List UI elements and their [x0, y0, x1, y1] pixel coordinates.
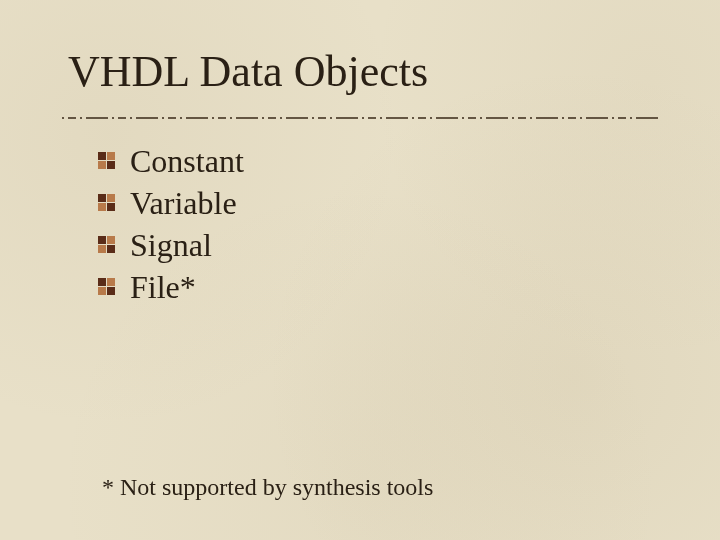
svg-rect-14	[107, 278, 115, 286]
slide-title: VHDL Data Objects	[68, 46, 428, 97]
divider-line-icon	[62, 114, 658, 122]
svg-rect-15	[98, 287, 106, 295]
bullet-label: Signal	[130, 229, 212, 261]
svg-rect-11	[98, 245, 106, 253]
svg-rect-5	[98, 194, 106, 202]
bullet-icon	[98, 278, 116, 296]
svg-rect-12	[107, 245, 115, 253]
svg-rect-16	[107, 287, 115, 295]
svg-rect-1	[98, 152, 106, 160]
list-item: Variable	[98, 182, 244, 224]
svg-rect-10	[107, 236, 115, 244]
svg-rect-4	[107, 161, 115, 169]
svg-rect-3	[98, 161, 106, 169]
bullet-list: Constant Variable	[98, 140, 244, 308]
bullet-icon	[98, 236, 116, 254]
list-item: Constant	[98, 140, 244, 182]
slide: VHDL Data Objects Constant	[0, 0, 720, 540]
bullet-icon	[98, 194, 116, 212]
svg-rect-6	[107, 194, 115, 202]
list-item: Signal	[98, 224, 244, 266]
bullet-label: Constant	[130, 145, 244, 177]
svg-rect-13	[98, 278, 106, 286]
bullet-icon	[98, 152, 116, 170]
list-item: File*	[98, 266, 244, 308]
svg-rect-9	[98, 236, 106, 244]
svg-rect-8	[107, 203, 115, 211]
footnote: * Not supported by synthesis tools	[102, 474, 433, 501]
svg-rect-7	[98, 203, 106, 211]
svg-rect-2	[107, 152, 115, 160]
bullet-label: Variable	[130, 187, 237, 219]
bullet-label: File*	[130, 271, 196, 303]
divider	[62, 114, 658, 122]
